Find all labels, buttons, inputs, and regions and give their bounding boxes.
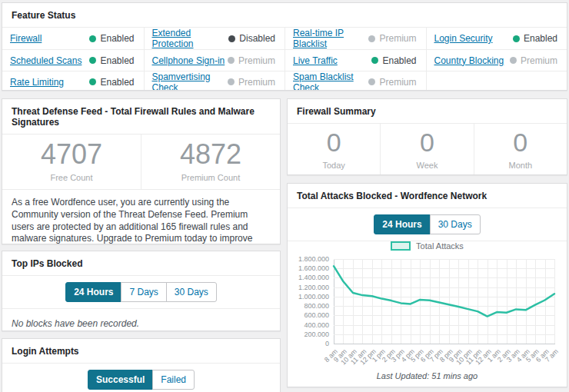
stat-cell: 0Month [474, 124, 567, 175]
feature-cell: Spam Blacklist CheckPremium [284, 71, 426, 91]
total-attacks-tab-bar: 24 Hours30 Days [288, 208, 567, 241]
y-axis-tick-label: 200.000 [292, 331, 329, 338]
status-dot-icon [368, 78, 375, 85]
feature-status-panel: Feature Status FirewallEnabledExtended P… [2, 2, 567, 91]
feature-cell: Scheduled ScansEnabled [2, 49, 144, 71]
status-dot-icon [89, 35, 96, 42]
stat-label: Month [474, 161, 567, 170]
stat-label: Premium Count [141, 173, 280, 182]
feature-cell: Extended ProtectionDisabled [144, 28, 285, 49]
login-attempts-tab-bar: SuccessfulFailed [2, 364, 280, 392]
status-label: Enabled [524, 33, 557, 44]
feature-link[interactable]: Firewall [10, 33, 42, 44]
status-dot-icon [510, 57, 517, 64]
gridline-vertical [554, 259, 555, 344]
stat-cell: 0Week [380, 124, 473, 175]
feature-cell-empty [426, 71, 567, 91]
login-attempts-panel: Login Attempts SuccessfulFailed [2, 338, 281, 392]
y-axis-tick-label: 800.000 [292, 302, 329, 310]
feature-link[interactable]: Country Blocking [434, 55, 504, 66]
feature-status-premium: Premium [228, 55, 275, 66]
feature-cell: Login SecurityEnabled [426, 28, 567, 49]
feature-status-title: Feature Status [2, 3, 567, 28]
feature-status-enabled: Enabled [513, 33, 557, 44]
feature-link[interactable]: Spamvertising Check [152, 71, 228, 91]
tab-7-days[interactable]: 7 Days [121, 282, 166, 302]
stat-cell: 0Today [288, 124, 380, 175]
feature-link[interactable]: Spam Blacklist Check [293, 71, 368, 91]
tab-24-hours[interactable]: 24 Hours [65, 282, 121, 302]
stat-value: 0 [381, 128, 473, 158]
feature-link[interactable]: Login Security [434, 33, 493, 44]
feature-status-premium: Premium [228, 77, 275, 88]
y-axis-tick-label: 400.000 [292, 321, 329, 329]
feature-link[interactable]: Extended Protection [152, 28, 229, 49]
total-attacks-line [334, 259, 554, 344]
firewall-summary-title: Firewall Summary [288, 99, 567, 124]
y-axis-tick-label: 1.200.000 [292, 284, 329, 291]
top-ips-title: Top IPs Blocked [2, 251, 280, 276]
legend-swatch-icon [391, 241, 411, 251]
status-dot-icon [228, 57, 235, 64]
top-ips-tab-bar: 24 Hours7 Days30 Days [2, 276, 280, 309]
stat-value: 4872 [141, 138, 280, 170]
feature-cell: Spamvertising CheckPremium [144, 71, 285, 91]
feature-cell: FirewallEnabled [2, 28, 144, 49]
feature-cell: Live TrafficEnabled [284, 49, 426, 71]
stat-value: 0 [288, 128, 380, 158]
login-attempts-title: Login Attempts [2, 339, 280, 364]
status-label: Premium [238, 55, 275, 66]
status-dot-icon [228, 35, 235, 42]
stat-label: Week [381, 161, 473, 170]
status-dot-icon [89, 57, 96, 64]
chart-legend: Total Attacks [288, 241, 567, 251]
tab-30-days[interactable]: 30 Days [166, 282, 217, 302]
status-dot-icon [89, 78, 96, 85]
status-label: Premium [521, 55, 557, 66]
feature-link[interactable]: Cellphone Sign-in [152, 55, 225, 66]
feature-status-disabled: Disabled [228, 33, 275, 44]
total-attacks-panel: Total Attacks Blocked - Wordfence Networ… [287, 183, 567, 387]
wordfence-dashboard: Feature Status FirewallEnabledExtended P… [0, 0, 569, 392]
tab-failed[interactable]: Failed [152, 370, 195, 390]
feature-cell: Real-time IP BlacklistPremium [284, 28, 426, 49]
feature-status-enabled: Enabled [89, 33, 134, 44]
threat-defense-stats: 4707Free Count4872Premium Count [2, 135, 280, 190]
status-label: Disabled [239, 33, 275, 44]
status-label: Enabled [100, 33, 134, 44]
status-dot-icon [371, 57, 378, 64]
tab-30-days[interactable]: 30 Days [430, 214, 481, 234]
tab-successful[interactable]: Successful [88, 370, 153, 390]
status-dot-icon [513, 35, 520, 42]
total-attacks-chart: 1.800.0001.600.0001.400.0001.200.0001.00… [292, 253, 562, 376]
y-axis-tick-label: 1.400.000 [292, 274, 329, 281]
top-ips-blocked-panel: Top IPs Blocked 24 Hours7 Days30 Days No… [2, 251, 281, 331]
top-ips-empty-message: No blocks have been recorded. [2, 309, 280, 331]
legend-label: Total Attacks [416, 241, 464, 251]
y-axis-tick-label: 1.800.000 [292, 255, 329, 263]
feature-status-premium: Premium [368, 33, 416, 44]
feature-link[interactable]: Real-time IP Blacklist [293, 28, 368, 49]
status-label: Premium [238, 77, 275, 88]
feature-link[interactable]: Scheduled Scans [10, 55, 82, 66]
threat-defense-title: Threat Defense Feed - Total Firewall Rul… [2, 99, 280, 135]
feature-link[interactable]: Live Traffic [293, 55, 338, 66]
feature-status-enabled: Enabled [89, 55, 134, 66]
y-axis-tick-label: 1.600.000 [292, 264, 329, 272]
feature-cell: Cellphone Sign-inPremium [144, 49, 285, 71]
status-label: Enabled [100, 55, 134, 66]
last-updated-text: Last Updated: 51 mins ago [288, 371, 567, 380]
stat-value: 0 [474, 128, 567, 158]
feature-cell: Country BlockingPremium [426, 49, 567, 71]
threat-defense-description: As a free Wordfence user, you are curren… [2, 190, 280, 244]
feature-status-premium: Premium [510, 55, 557, 66]
firewall-summary-panel: Firewall Summary 0Today0Week0Month [287, 98, 567, 175]
stat-label: Free Count [2, 173, 141, 182]
feature-link[interactable]: Rate Limiting [10, 77, 64, 88]
tab-24-hours[interactable]: 24 Hours [374, 214, 430, 234]
status-label: Premium [379, 33, 416, 44]
status-label: Premium [379, 77, 416, 88]
stat-cell: 4707Free Count [2, 135, 141, 189]
feature-status-premium: Premium [368, 77, 416, 88]
status-dot-icon [228, 78, 235, 85]
